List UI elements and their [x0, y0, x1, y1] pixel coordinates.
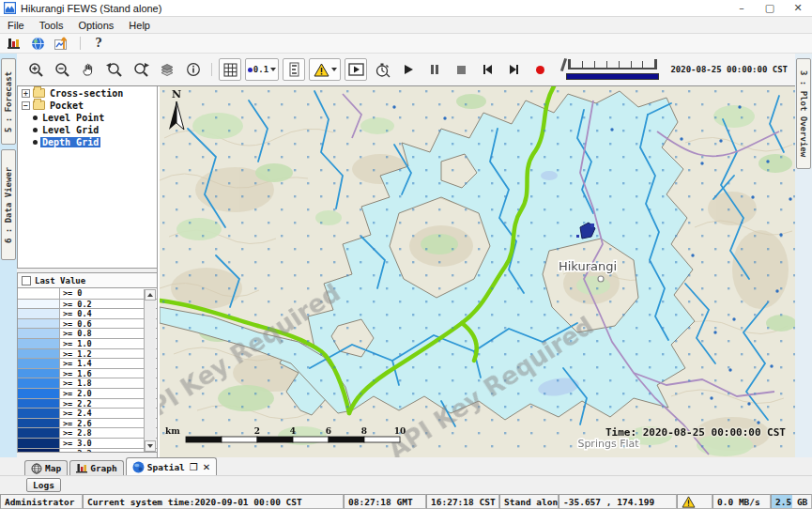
status-user: Administrator	[0, 494, 83, 509]
time-slider[interactable]	[564, 58, 661, 81]
zoom-out-icon[interactable]	[51, 58, 73, 81]
tree-item-cross-section[interactable]: + Cross-section	[18, 87, 157, 99]
status-memory-gauge: 2.5 GB	[771, 494, 812, 509]
map-time-label: Time: 2020-08-25 00:00:00 CST	[605, 426, 786, 439]
bottom-tab-bar: Map Graph Spatial ❐ ✕	[0, 457, 812, 476]
info-icon[interactable]	[182, 58, 205, 81]
legend-row: >= 0	[18, 288, 157, 299]
toolbar-separator	[211, 63, 212, 76]
zoom-in-icon[interactable]	[24, 58, 47, 81]
node-bullet-icon	[33, 116, 38, 120]
window-title: Hikurangi FEWS (Stand alone)	[21, 3, 161, 14]
svg-text:10: 10	[394, 426, 406, 436]
tab-map[interactable]: Map	[24, 460, 68, 475]
node-bullet-icon	[33, 128, 38, 132]
map-canvas[interactable]: API Key Required API Key Required Hikura…	[160, 86, 795, 457]
record-button[interactable]	[529, 58, 551, 81]
main-toolbar: ?	[0, 34, 812, 54]
legend-row: >= 0.6	[18, 318, 157, 329]
warning-dropdown[interactable]	[309, 58, 341, 81]
scroll-down-button[interactable]	[145, 440, 156, 452]
svg-text:N: N	[172, 88, 181, 100]
tree-item-depth-grid[interactable]: Depth Grid	[18, 136, 157, 147]
logs-button[interactable]: Logs	[26, 478, 61, 492]
tab-graph-label: Graph	[90, 463, 117, 473]
timer-icon[interactable]	[371, 58, 393, 81]
svg-text:km: km	[165, 426, 180, 436]
first-frame-button[interactable]	[476, 58, 498, 81]
status-bar: Administrator Current system time:2020-0…	[0, 494, 812, 509]
legend-row: >= 1.2	[18, 348, 157, 359]
town-point	[598, 276, 604, 282]
chevron-down-icon	[331, 68, 337, 71]
legend-scrollbar[interactable]	[144, 289, 156, 452]
tab-data-viewer[interactable]: 6 : Data Viewer	[1, 149, 16, 260]
globe-wire-icon	[31, 463, 42, 474]
menu-help[interactable]: Help	[121, 18, 158, 33]
svg-text:4: 4	[290, 426, 296, 436]
scalebar-toggle-icon[interactable]	[283, 58, 305, 81]
spatial-close-button[interactable]: ✕	[203, 462, 210, 472]
menu-tools[interactable]: Tools	[32, 18, 71, 33]
status-gmt-time: 08:27:18 GMT	[344, 494, 426, 509]
zoom-next-icon[interactable]	[130, 58, 152, 81]
tree-item-label-selected: Depth Grid	[40, 137, 100, 147]
spatial-map[interactable]: API Key Required API Key Required Hikura…	[160, 86, 795, 457]
status-mode: Stand alone	[499, 494, 559, 509]
grid-display-icon[interactable]	[219, 58, 241, 81]
tree-item-label: Level Point	[40, 113, 106, 123]
timeseries-chart-icon[interactable]	[53, 36, 71, 52]
maximize-button[interactable]: ▢	[756, 0, 784, 16]
zoom-previous-icon[interactable]	[103, 58, 126, 81]
help-button[interactable]: ?	[89, 36, 108, 52]
animation-panel-icon[interactable]	[345, 58, 367, 81]
status-network-rate: 0.0 MB/s	[712, 494, 771, 509]
tree-item-label: Cross-section	[48, 88, 125, 99]
logs-row: Logs	[0, 476, 812, 494]
place-label: Springs Flat	[577, 438, 639, 450]
time-slider-handle[interactable]	[560, 58, 567, 71]
folder-icon	[33, 88, 45, 98]
collapse-icon[interactable]: −	[22, 101, 30, 110]
legend-row: >= 2.2	[18, 398, 157, 409]
warning-icon	[314, 63, 329, 77]
data-viewer-panel: + Cross-section − Pocket Level Point Lev…	[17, 86, 158, 457]
time-slider-bar[interactable]	[566, 73, 659, 80]
layers-icon[interactable]	[156, 58, 178, 81]
pan-icon[interactable]	[77, 58, 100, 81]
tab-forecast[interactable]: 5 : Forecast	[1, 58, 16, 145]
spatial-maximize-button[interactable]: ❐	[190, 462, 198, 472]
tree-item-level-grid[interactable]: Level Grid	[18, 124, 157, 135]
minimize-button[interactable]: –	[728, 0, 756, 16]
title-bar: Hikurangi FEWS (Stand alone) – ▢ ✕	[0, 0, 812, 17]
town-label: Hikurangi	[559, 259, 617, 273]
last-frame-button[interactable]	[502, 58, 525, 81]
legend-row: >= 2.6	[18, 418, 157, 428]
legend-row: >= 1.8	[18, 378, 157, 388]
pause-button[interactable]	[423, 58, 446, 81]
play-button[interactable]	[397, 58, 420, 81]
tab-plot-overview[interactable]: 3 : Plot Overview	[796, 58, 811, 169]
tree-item-level-point[interactable]: Level Point	[18, 112, 157, 123]
status-warning-cell[interactable]	[677, 494, 712, 509]
map-toolbar: 0.1 2020-08-25 00:00:00 CST	[17, 54, 795, 86]
time-slider-ruler	[568, 60, 657, 69]
tab-graph[interactable]: Graph	[69, 460, 124, 475]
expand-icon[interactable]: +	[22, 89, 30, 98]
folder-icon	[33, 100, 45, 110]
menu-options[interactable]: Options	[70, 18, 121, 33]
scroll-up-button[interactable]	[145, 289, 156, 301]
spatial-display-icon[interactable]	[28, 36, 47, 52]
menu-file[interactable]: File	[0, 18, 32, 33]
stop-button[interactable]	[450, 58, 472, 81]
legend-row: >= 2.4	[18, 408, 157, 418]
left-tab-strip: 5 : Forecast 6 : Data Viewer	[0, 54, 17, 457]
tree-item-pocket[interactable]: − Pocket	[18, 100, 157, 111]
close-button[interactable]: ✕	[784, 0, 812, 16]
tab-spatial[interactable]: Spatial ❐ ✕	[126, 457, 217, 475]
bar-chart-icon	[76, 463, 87, 473]
classbreaks-dropdown[interactable]: 0.1	[245, 58, 279, 81]
legend-row: >= 1.0	[18, 338, 157, 348]
last-value-checkbox[interactable]	[22, 276, 31, 285]
database-viewer-icon[interactable]	[4, 36, 23, 52]
